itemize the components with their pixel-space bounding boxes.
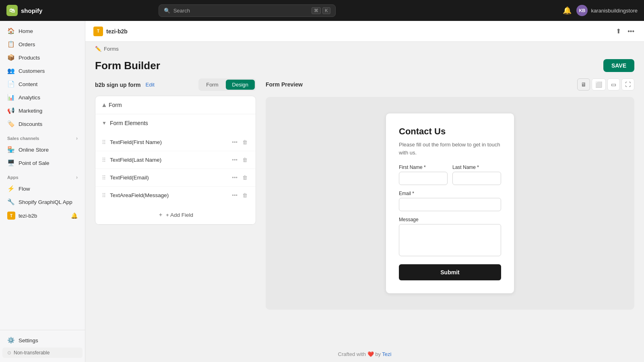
contact-form-card: Contact Us Please fill out the form belo… xyxy=(386,113,514,294)
sidebar-item-online-store[interactable]: 🏪 Online Store xyxy=(2,143,83,156)
last-name-input[interactable] xyxy=(452,172,501,185)
shopify-logo-icon: 🛍 xyxy=(6,5,18,16)
field-first-name-label: TextField(First Name) xyxy=(110,139,226,145)
form-name-row: b2b sign up form Edit Form Design xyxy=(95,78,256,91)
field-delete-btn[interactable]: 🗑 xyxy=(241,155,249,165)
notification-bell-icon[interactable]: 🔔 xyxy=(563,6,572,15)
username-label: karanisbuildingstore xyxy=(591,8,638,14)
sidebar-item-label: Online Store xyxy=(19,147,49,153)
form-elements-list: ⠿ TextField(First Name) ••• 🗑 ⠿ Text xyxy=(95,132,256,206)
sidebar-item-home[interactable]: 🏠 Home xyxy=(2,25,83,37)
orders-icon: 📋 xyxy=(7,41,14,48)
drag-handle-icon[interactable]: ⠿ xyxy=(102,175,106,181)
non-transferable-badge: ⊙ Non-transferable xyxy=(2,348,83,358)
sub-header-right: ⬆ ••• xyxy=(614,26,636,37)
footer-tezi-link[interactable]: Tezi xyxy=(382,351,391,357)
preview-desktop-btn[interactable]: 🖥 xyxy=(577,78,590,90)
field-actions: ••• 🗑 xyxy=(230,138,249,147)
sidebar-item-products[interactable]: 📦 Products xyxy=(2,51,83,64)
footer-text-before: Crafted with xyxy=(338,351,366,357)
drag-handle-icon[interactable]: ⠿ xyxy=(102,157,106,163)
sub-header-dots-btn[interactable]: ••• xyxy=(626,26,636,37)
sidebar-item-graphql[interactable]: 🔧 Shopify GraphiQL App xyxy=(2,195,83,208)
submit-button[interactable]: Submit xyxy=(399,264,501,280)
save-button[interactable]: SAVE xyxy=(603,59,634,72)
sidebar-item-label: Marketing xyxy=(19,108,42,114)
message-label: Message xyxy=(399,217,501,222)
form-elements-section-header[interactable]: ▼ Form Elements xyxy=(95,114,256,132)
first-name-input[interactable] xyxy=(399,172,448,185)
sidebar-item-label: Products xyxy=(19,55,40,61)
phone-icon: ▭ xyxy=(611,81,616,88)
sidebar-item-pos[interactable]: 🖥️ Point of Sale xyxy=(2,156,83,169)
field-more-btn[interactable]: ••• xyxy=(230,138,239,147)
sidebar-item-label: Customers xyxy=(19,68,45,74)
sidebar-item-content[interactable]: 📄 Content xyxy=(2,78,83,90)
graphql-icon: 🔧 xyxy=(7,198,14,206)
field-last-name-label: TextField(Last Name) xyxy=(110,157,226,163)
field-email-label: TextField(Email) xyxy=(110,175,226,181)
form-name-label: b2b sign up form xyxy=(95,82,141,88)
sidebar-item-marketing[interactable]: 📢 Marketing xyxy=(2,104,83,117)
form-elements-section: ▼ Form Elements ⠿ TextField(First Name) … xyxy=(95,114,256,224)
search-kbd-hints: ⌘ K xyxy=(312,7,330,14)
drag-handle-icon[interactable]: ⠿ xyxy=(102,139,106,146)
preview-tablet-btn[interactable]: ⬜ xyxy=(592,78,606,90)
sidebar-bottom: ⚙️ Settings ⊙ Non-transferable xyxy=(0,330,85,362)
form-elements-chevron: ▼ xyxy=(102,120,107,126)
store-icon: T xyxy=(7,212,15,220)
shopify-logo[interactable]: 🛍 shopify xyxy=(6,5,42,16)
content-area: b2b sign up form Edit Form Design ▶ Form xyxy=(85,78,644,346)
form-name-edit-link[interactable]: Edit xyxy=(146,82,155,88)
sidebar-item-discounts[interactable]: 🏷️ Discounts xyxy=(2,117,83,130)
topnav-right: 🔔 KB karanisbuildingstore xyxy=(563,5,638,16)
preview-controls: 🖥 ⬜ ▭ ⛶ xyxy=(577,78,634,90)
pos-icon: 🖥️ xyxy=(7,159,14,167)
tab-form[interactable]: Form xyxy=(200,80,225,90)
content-icon: 📄 xyxy=(7,80,14,88)
sidebar-item-orders[interactable]: 📋 Orders xyxy=(2,38,83,51)
sidebar-item-label: Orders xyxy=(19,41,35,47)
add-field-plus-icon: ＋ xyxy=(158,211,163,218)
avatar: KB xyxy=(576,5,588,16)
preview-fullscreen-btn[interactable]: ⛶ xyxy=(621,78,634,90)
sidebar-item-settings[interactable]: ⚙️ Settings xyxy=(2,334,83,347)
form-field-row: ⠿ TextField(First Name) ••• 🗑 xyxy=(95,134,256,151)
sidebar-item-analytics[interactable]: 📊 Analytics xyxy=(2,91,83,104)
sidebar-item-label: Discounts xyxy=(19,121,42,127)
sub-header-icon-btn-1[interactable]: ⬆ xyxy=(614,26,623,37)
message-group: Message xyxy=(399,217,501,256)
form-builder-panel: b2b sign up form Edit Form Design ▶ Form xyxy=(95,78,256,337)
breadcrumb-edit-icon: ✏️ xyxy=(95,46,101,52)
field-more-btn[interactable]: ••• xyxy=(230,191,239,200)
sidebar-nav: 🏠 Home 📋 Orders 📦 Products 👥 Customers 📄… xyxy=(0,21,85,330)
add-field-button[interactable]: ＋ + Add Field xyxy=(95,206,256,224)
sidebar-item-flow[interactable]: ⚡ Flow xyxy=(2,182,83,195)
sidebar-item-label: Home xyxy=(19,28,33,34)
sidebar-item-customers[interactable]: 👥 Customers xyxy=(2,64,83,77)
field-delete-btn[interactable]: 🗑 xyxy=(241,173,249,182)
store-bell-icon: 🔔 xyxy=(71,212,78,219)
email-input[interactable] xyxy=(399,198,501,211)
field-more-btn[interactable]: ••• xyxy=(230,155,239,165)
circle-icon: ⊙ xyxy=(7,350,11,356)
breadcrumb-forms-link[interactable]: Forms xyxy=(104,46,119,52)
user-badge[interactable]: KB karanisbuildingstore xyxy=(576,5,638,16)
preview-phone-btn[interactable]: ▭ xyxy=(607,78,620,90)
sales-channels-section-label: Sales channels › xyxy=(0,131,85,143)
form-section-header[interactable]: ▶ Form xyxy=(95,96,256,114)
search-box[interactable]: 🔍 Search ⌘ K xyxy=(159,4,336,17)
tab-design[interactable]: Design xyxy=(226,80,255,90)
add-field-label: + Add Field xyxy=(166,212,193,218)
field-actions: ••• 🗑 xyxy=(230,191,249,200)
form-field-row: ⠿ TextField(Last Name) ••• 🗑 xyxy=(95,151,256,169)
marketing-icon: 📢 xyxy=(7,107,14,114)
form-section-chevron: ▶ xyxy=(101,103,107,107)
sidebar-item-label: Content xyxy=(19,81,37,87)
sidebar-store-item[interactable]: T tezi-b2b 🔔 xyxy=(2,209,83,222)
drag-handle-icon[interactable]: ⠿ xyxy=(102,192,106,199)
field-delete-btn[interactable]: 🗑 xyxy=(241,138,249,147)
message-textarea[interactable] xyxy=(399,224,501,256)
field-more-btn[interactable]: ••• xyxy=(230,173,239,182)
field-delete-btn[interactable]: 🗑 xyxy=(241,191,249,200)
